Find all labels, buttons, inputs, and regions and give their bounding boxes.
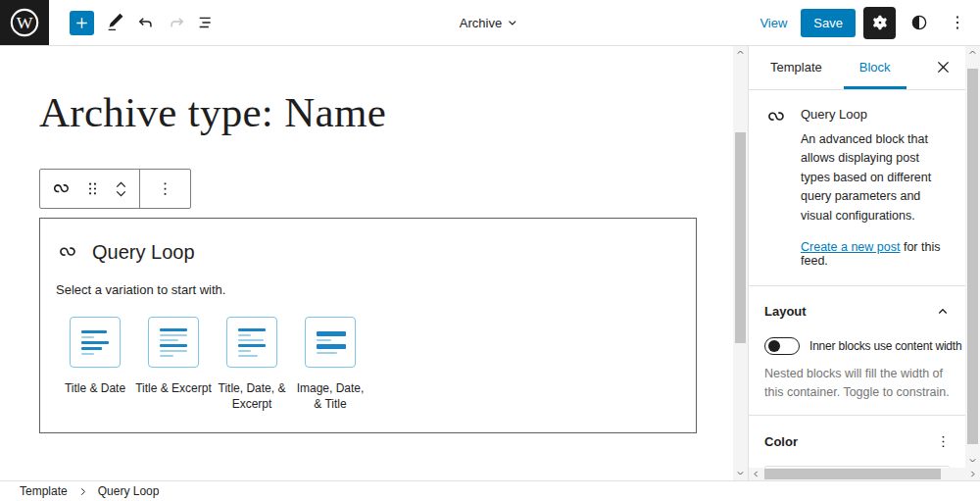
color-panel-title: Color	[764, 434, 798, 449]
variation-label: Title & Excerpt	[135, 380, 212, 396]
editor-tools	[100, 8, 221, 38]
block-toolbar	[39, 169, 191, 209]
more-vertical-icon	[947, 12, 968, 33]
scroll-down-arrow[interactable]	[733, 466, 748, 480]
query-loop-icon	[56, 240, 79, 264]
drag-handle-icon	[82, 178, 103, 199]
sidebar-horizontal-scrollbar[interactable]	[749, 468, 980, 480]
layout-panel-title: Layout	[764, 304, 807, 319]
redo-icon	[166, 12, 187, 33]
editor-canvas: Archive type: Name	[0, 45, 733, 480]
canvas-scrollbar[interactable]	[733, 45, 748, 480]
breadcrumb-query-loop: Query Loop	[98, 484, 160, 498]
contrast-icon	[908, 12, 930, 33]
content-width-toggle[interactable]	[764, 337, 800, 355]
layout-help-text: Nested blocks will fill the width of thi…	[764, 365, 956, 402]
document-switcher[interactable]: Archive	[460, 0, 520, 45]
wordpress-icon: W	[8, 6, 41, 39]
view-button[interactable]: View	[754, 16, 793, 30]
wordpress-logo[interactable]: W	[0, 0, 49, 45]
block-card: Query Loop An advanced block that allows…	[749, 90, 965, 285]
gear-icon	[869, 12, 891, 33]
tools-button[interactable]	[100, 8, 130, 38]
settings-sidebar: Template Block Query Loop An advanced bl…	[748, 45, 980, 480]
toggle-label: Inner blocks use content width	[809, 339, 961, 353]
list-view-icon	[196, 12, 218, 33]
plus-icon	[72, 13, 92, 33]
scrollbar-thumb[interactable]	[735, 132, 746, 343]
block-options-button[interactable]	[145, 170, 185, 208]
more-vertical-icon	[155, 178, 175, 199]
move-down-button[interactable]	[113, 187, 129, 200]
layout-panel: Layout Inner blocks use content width Ne…	[749, 285, 965, 416]
breadcrumb-template[interactable]: Template	[20, 484, 68, 498]
scroll-up-arrow[interactable]	[733, 45, 748, 60]
scroll-right-arrow[interactable]	[965, 468, 980, 480]
sidebar-content: Template Block Query Loop An advanced bl…	[749, 45, 965, 468]
query-loop-icon	[764, 105, 788, 268]
undo-button[interactable]	[130, 8, 161, 38]
scroll-down-arrow[interactable]	[965, 453, 980, 468]
image-date-title-icon	[305, 317, 356, 368]
placeholder-title: Query Loop	[92, 241, 195, 264]
title-excerpt-icon	[148, 317, 199, 368]
sidebar-vertical-scrollbar[interactable]	[965, 45, 980, 468]
title-date-icon	[70, 317, 121, 368]
chevron-right-icon	[76, 485, 89, 498]
page-title[interactable]: Archive type: Name	[39, 88, 386, 136]
variation-title-excerpt[interactable]: Title & Excerpt	[134, 317, 213, 412]
options-menu-button[interactable]	[942, 8, 972, 38]
block-toolbar-group	[40, 170, 139, 208]
drag-handle[interactable]	[77, 170, 108, 208]
pencil-icon	[105, 12, 126, 33]
placeholder-instruction: Select a variation to start with.	[56, 282, 680, 297]
block-card-title: Query Loop	[801, 107, 950, 122]
close-icon	[933, 57, 954, 77]
close-sidebar-button[interactable]	[928, 53, 957, 82]
site-editor: W	[0, 0, 980, 501]
block-movers	[108, 170, 134, 208]
block-toolbar-group	[139, 170, 190, 208]
settings-button[interactable]	[863, 7, 896, 39]
styles-button[interactable]	[904, 8, 934, 38]
title-date-excerpt-icon	[226, 317, 277, 368]
block-card-link-line: Create a new post for this feed.	[801, 240, 950, 268]
breadcrumb-bar: Template Query Loop	[0, 480, 980, 501]
scrollbar-thumb[interactable]	[967, 69, 978, 444]
query-loop-icon	[50, 177, 73, 200]
scrollbar-thumb[interactable]	[764, 469, 941, 479]
variation-label: Title, Date, & Excerpt	[213, 380, 291, 412]
redo-button[interactable]	[161, 8, 191, 38]
scroll-up-arrow[interactable]	[965, 45, 980, 60]
variation-list: Title & Date Title & Excerpt	[56, 317, 680, 412]
save-button[interactable]: Save	[801, 9, 856, 37]
chevron-down-icon	[505, 15, 520, 30]
color-options-button[interactable]	[930, 428, 956, 454]
document-title: Archive	[460, 16, 502, 30]
tab-block[interactable]: Block	[844, 45, 906, 89]
collapse-panel-button[interactable]	[930, 299, 956, 325]
block-type-button[interactable]	[45, 170, 77, 208]
layout-panel-header[interactable]: Layout	[764, 299, 956, 325]
undo-icon	[135, 12, 157, 33]
block-card-body: Query Loop An advanced block that allows…	[801, 107, 950, 268]
variation-title-date-excerpt[interactable]: Title, Date, & Excerpt	[213, 317, 291, 412]
variation-image-date-title[interactable]: Image, Date, & Title	[291, 317, 369, 412]
variation-title-date[interactable]: Title & Date	[56, 317, 134, 412]
placeholder-title-row: Query Loop	[56, 240, 680, 264]
variation-label: Title & Date	[65, 380, 125, 396]
toggle-knob	[768, 340, 780, 352]
scroll-left-arrow[interactable]	[749, 468, 763, 480]
block-inserter-button[interactable]	[70, 11, 94, 35]
create-new-post-link[interactable]: Create a new post	[801, 240, 900, 254]
tab-template[interactable]: Template	[755, 45, 838, 89]
top-bar-actions: View Save	[754, 0, 972, 45]
sidebar-tabs: Template Block	[749, 45, 965, 90]
query-loop-placeholder: Query Loop Select a variation to start w…	[39, 218, 697, 433]
block-card-description: An advanced block that allows displaying…	[801, 130, 950, 225]
variation-label: Image, Date, & Title	[291, 380, 369, 412]
list-view-button[interactable]	[191, 8, 221, 38]
color-panel: Color Text	[749, 415, 965, 468]
color-panel-header: Color	[764, 428, 956, 454]
chevron-up-icon	[934, 303, 952, 321]
